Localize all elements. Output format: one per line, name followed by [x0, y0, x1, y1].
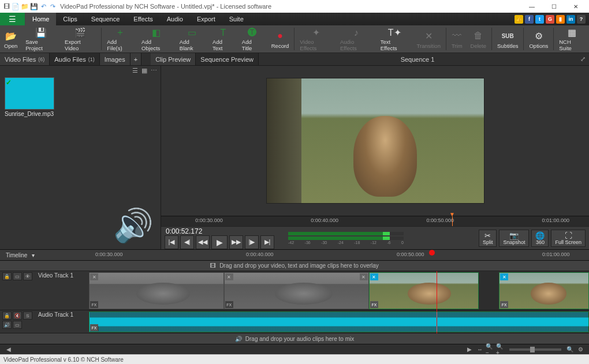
audio-effects-button[interactable]: ♪Audio Effects — [336, 25, 376, 52]
add-title-button[interactable]: 🅣Add Title — [238, 25, 267, 52]
bin-more-icon[interactable]: ⋯ — [151, 67, 157, 75]
fx-badge[interactable]: FX — [90, 301, 98, 308]
preview-tab-sequence[interactable]: Sequence Preview — [196, 53, 259, 65]
tab-export[interactable]: Export — [190, 13, 222, 25]
add-files-button[interactable]: ＋Add File(s) — [103, 25, 137, 52]
video-track-body[interactable]: ✕FX ✕✕FX ✕FX ✕FX — [89, 271, 589, 310]
overlay-track-hint[interactable]: 🎞 Drag and drop your video, text and ima… — [0, 261, 589, 271]
track-mute-button[interactable]: 👁 — [23, 272, 32, 280]
save-project-button[interactable]: 💾Save Project — [21, 25, 61, 52]
goto-end-button[interactable]: ▶| — [260, 235, 274, 249]
open-icon[interactable]: 📁 — [21, 2, 29, 10]
linkedin-icon[interactable]: in — [566, 15, 575, 24]
audio-track-body[interactable]: FX — [89, 310, 589, 333]
redo-icon[interactable]: ↷ — [49, 2, 57, 10]
open-button[interactable]: 📂Open — [0, 25, 21, 52]
audio-waveform[interactable]: FX — [89, 312, 589, 332]
tab-effects[interactable]: Effects — [126, 13, 159, 25]
like-icon[interactable]: 👍 — [515, 15, 523, 24]
afx-icon: ♪ — [354, 27, 359, 39]
subtitles-button[interactable]: SUBSubtitles — [493, 25, 522, 52]
app-menu-button[interactable]: ☰ — [0, 13, 25, 25]
track-lock-button[interactable]: 🔒 — [2, 272, 12, 280]
record-button[interactable]: ●Record — [267, 25, 293, 52]
goto-start-button[interactable]: |◀ — [165, 235, 178, 249]
tab-home[interactable]: Home — [25, 13, 56, 25]
rss-icon[interactable]: ▮ — [556, 15, 565, 24]
snapshot-button[interactable]: 📷Snapshot — [499, 230, 529, 247]
bin-tab-video[interactable]: Video Files(6) — [0, 53, 50, 65]
atrack-name: Audio Track 1 — [38, 312, 73, 318]
preview-video[interactable] — [161, 66, 589, 216]
preview-playhead[interactable] — [452, 216, 453, 226]
trim-icon: 〰 — [452, 29, 461, 43]
menubar: ☰ Home Clips Sequence Effects Audio Expo… — [0, 13, 589, 25]
globe-icon: 🌐 — [535, 231, 545, 239]
undo-icon[interactable]: ↶ — [39, 2, 47, 10]
bin-grid-view-icon[interactable]: ▦ — [141, 67, 147, 75]
tab-sequence[interactable]: Sequence — [84, 13, 127, 25]
fullscreen-button[interactable]: ⛶Full Screen — [551, 230, 586, 247]
bin-clip[interactable]: Sunrise_Drive.mp3 — [5, 77, 57, 117]
bin-list-view-icon[interactable]: ☰ — [132, 67, 138, 75]
help-icon[interactable]: ? — [577, 15, 586, 24]
new-icon[interactable]: 📄 — [12, 2, 20, 10]
track-view-button[interactable]: ▭ — [13, 272, 22, 280]
fit-icon[interactable]: ↔ — [475, 346, 484, 354]
split-button[interactable]: ✂Split — [479, 230, 497, 247]
timeline-playhead[interactable] — [429, 250, 435, 256]
atrack-vol-button[interactable]: 🔊 — [2, 321, 12, 329]
gplus-icon[interactable]: G — [546, 15, 554, 24]
delete-button[interactable]: 🗑Delete — [467, 25, 490, 52]
atrack-lock-button[interactable]: 🔒 — [2, 312, 12, 320]
add-objects-button[interactable]: ◧Add Objects — [137, 25, 176, 52]
forward-button[interactable]: ▶▶ — [229, 235, 243, 249]
bin-tab-add[interactable]: + — [131, 53, 141, 65]
maximize-button[interactable]: ☐ — [543, 0, 565, 13]
tab-clips[interactable]: Clips — [56, 13, 84, 25]
atrack-mute-button[interactable]: 🔇 — [13, 312, 22, 320]
bin-tab-audio[interactable]: Audio Files(1) — [50, 53, 99, 65]
timeline-label[interactable]: Timeline▾ — [0, 252, 69, 258]
zoom-out-icon[interactable]: 🔍− — [486, 346, 495, 354]
play-button[interactable]: ▶ — [211, 235, 228, 249]
timeline-ruler[interactable]: 0:00:30.000 0:00:40.000 0:00:50.000 0:01… — [69, 250, 589, 260]
prev-frame-button[interactable]: ◀| — [180, 235, 194, 249]
nch-suite-button[interactable]: ▦NCH Suite — [555, 25, 589, 52]
tab-suite[interactable]: Suite — [222, 13, 251, 25]
tab-audio[interactable]: Audio — [160, 13, 190, 25]
next-frame-button[interactable]: |▶ — [245, 235, 259, 249]
fullscreen-icon: ⛶ — [565, 231, 572, 239]
transition-button[interactable]: ✕Transition — [413, 25, 445, 52]
camera-icon: 📷 — [509, 231, 519, 239]
export-video-button[interactable]: 🎬Export Video — [61, 25, 100, 52]
zoom-slider[interactable] — [509, 348, 561, 351]
facebook-icon[interactable]: f — [525, 15, 534, 24]
detach-preview-icon[interactable]: ⤢ — [576, 53, 589, 65]
mix-track-hint[interactable]: 🔊 Drag and drop your audio clips here to… — [0, 333, 589, 344]
video-effects-button[interactable]: ✦Video Effects — [296, 25, 336, 52]
add-blank-button[interactable]: ▭Add Blank — [176, 25, 208, 52]
rewind-button[interactable]: ◀◀ — [196, 235, 210, 249]
close-button[interactable]: ✕ — [565, 0, 587, 13]
timeline-settings-icon[interactable]: ⚙ — [576, 346, 585, 354]
zoom-reset-icon[interactable]: 🔍 — [565, 346, 575, 354]
atrack-solo-button[interactable]: S — [23, 312, 32, 320]
360-button[interactable]: 🌐360 — [531, 230, 549, 247]
trim-button[interactable]: 〰Trim — [448, 25, 467, 52]
preview-ruler[interactable]: 0:00:30.000 0:00:40.000 0:00:50.000 0:01… — [161, 216, 589, 226]
scroll-right-icon[interactable]: ▶ — [465, 346, 474, 354]
transition-badge[interactable]: ✕ — [90, 273, 98, 280]
bin-tab-images[interactable]: Images — [100, 53, 131, 65]
preview-tab-clip[interactable]: Clip Preview — [151, 53, 196, 65]
save-icon[interactable]: 💾 — [30, 2, 38, 10]
scroll-left-icon[interactable]: ◀ — [4, 346, 13, 354]
zoom-in-icon[interactable]: 🔍+ — [496, 346, 505, 354]
text-effects-button[interactable]: T✦Text Effects — [376, 25, 413, 52]
minimize-button[interactable]: — — [521, 0, 543, 13]
clip-thumbnail[interactable] — [5, 77, 54, 110]
options-button[interactable]: ⚙Options — [525, 25, 552, 52]
atrack-more-button[interactable]: ▭ — [13, 321, 22, 329]
twitter-icon[interactable]: t — [535, 15, 544, 24]
add-text-button[interactable]: TAdd Text — [208, 25, 238, 52]
